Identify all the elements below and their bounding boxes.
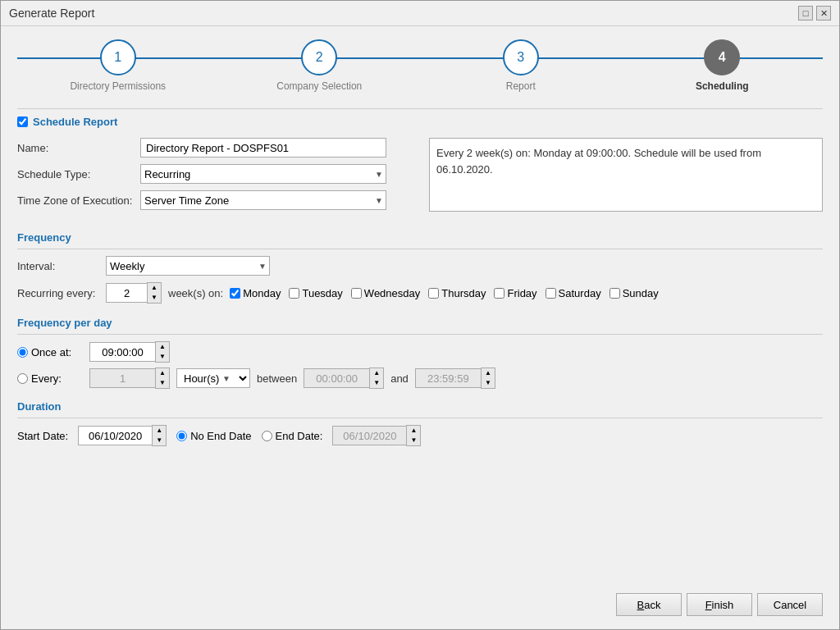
step-4: 4 Scheduling [622, 39, 824, 92]
thursday-checkbox[interactable] [428, 288, 439, 299]
finish-button[interactable]: Finish [687, 593, 752, 616]
saturday-checkbox[interactable] [546, 288, 556, 299]
every-radio-label[interactable]: Every: [17, 372, 83, 385]
duration-header: Duration [17, 400, 823, 413]
start-date-input[interactable] [78, 426, 152, 445]
timezone-label: Time Zone of Execution: [17, 194, 140, 207]
fpd-header: Frequency per day [17, 317, 823, 329]
schedule-type-select[interactable]: Recurring [140, 164, 386, 184]
every-spinbox: ▲ ▼ [89, 368, 170, 389]
tuesday-label: Tuesday [302, 287, 342, 299]
timezone-select[interactable]: Server Time Zone [140, 190, 386, 210]
recurring-input[interactable] [106, 283, 147, 303]
title-bar: Generate Report □ ✕ [1, 1, 839, 26]
between-end-spinbox-btns: ▲ ▼ [481, 368, 495, 389]
form-section: Name: Schedule Type: Recurring ▼ Time Zo… [17, 138, 823, 217]
schedule-type-label: Schedule Type: [17, 168, 140, 180]
friday-label: Friday [507, 287, 536, 299]
every-input[interactable] [89, 368, 155, 388]
schedule-type-select-wrap: Recurring ▼ [140, 164, 386, 184]
name-row: Name: [17, 138, 416, 158]
no-end-date-radio-label[interactable]: No End Date [176, 430, 251, 442]
frequency-header: Frequency [17, 231, 823, 244]
between-end-spin-up[interactable]: ▲ [482, 368, 495, 378]
every-row: Every: ▲ ▼ Hour(s) ▼ between ▲ [17, 368, 823, 389]
monday-checkbox[interactable] [230, 288, 240, 299]
once-at-spin-down[interactable]: ▼ [156, 352, 169, 362]
once-at-radio-label[interactable]: Once at: [17, 346, 83, 358]
once-at-input[interactable] [89, 342, 155, 362]
start-date-spinbox: ▲ ▼ [78, 425, 167, 446]
thursday-check: Thursday [428, 287, 486, 299]
stepper: 1 Directory Permissions 2 Company Select… [17, 39, 823, 92]
once-at-spinbox-btns: ▲ ▼ [155, 341, 170, 363]
recurring-label: Recurring every: [17, 287, 99, 299]
timezone-select-wrap: Server Time Zone ▼ [140, 190, 386, 210]
wednesday-checkbox[interactable] [351, 288, 362, 299]
sunday-check: Sunday [609, 287, 659, 299]
saturday-check: Saturday [546, 287, 601, 299]
start-date-spinbox-btns: ▲ ▼ [152, 425, 167, 446]
end-date-spin-down[interactable]: ▼ [407, 436, 420, 445]
every-spin-up[interactable]: ▲ [156, 368, 169, 378]
thursday-label: Thursday [441, 287, 486, 299]
schedule-report-row: Schedule Report [17, 116, 823, 128]
cancel-button[interactable]: Cancel [757, 593, 823, 616]
sunday-checkbox[interactable] [609, 288, 620, 299]
between-start-spinbox-btns: ▲ ▼ [369, 368, 384, 389]
every-radio[interactable] [17, 373, 28, 384]
close-button[interactable]: ✕ [816, 6, 831, 21]
timezone-row: Time Zone of Execution: Server Time Zone… [17, 190, 416, 210]
main-content: 1 Directory Permissions 2 Company Select… [1, 26, 839, 629]
end-date-label: End Date: [276, 430, 323, 442]
interval-select-wrap: Weekly ▼ [106, 256, 270, 276]
sunday-label: Sunday [623, 287, 659, 299]
restore-button[interactable]: □ [798, 6, 813, 21]
schedule-report-checkbox[interactable] [17, 116, 28, 127]
wednesday-check: Wednesday [351, 287, 420, 299]
form-left: Name: Schedule Type: Recurring ▼ Time Zo… [17, 138, 416, 217]
end-date-spin-up[interactable]: ▲ [407, 426, 420, 436]
window-controls: □ ✕ [798, 6, 831, 21]
recurring-row: Recurring every: ▲ ▼ week(s) on: Monday … [17, 282, 823, 304]
no-end-date-radio[interactable] [176, 431, 187, 441]
end-date-radio[interactable] [262, 431, 272, 441]
and-label: and [390, 372, 409, 385]
step-3-label: Report [506, 80, 536, 92]
between-start-spin-up[interactable]: ▲ [370, 368, 383, 378]
between-label: between [257, 372, 297, 385]
end-date-spinbox-btns: ▲ ▼ [406, 425, 421, 446]
between-start-spinbox: ▲ ▼ [304, 368, 384, 389]
start-date-spin-down[interactable]: ▼ [153, 436, 166, 445]
window-title: Generate Report [9, 7, 94, 20]
step-1: 1 Directory Permissions [17, 39, 219, 92]
end-date-radio-label[interactable]: End Date: [262, 430, 323, 442]
tuesday-check: Tuesday [289, 287, 342, 299]
once-at-spin-up[interactable]: ▲ [156, 342, 169, 352]
friday-checkbox[interactable] [494, 288, 504, 299]
recurring-spin-down[interactable]: ▼ [148, 293, 161, 303]
step-4-label: Scheduling [696, 80, 749, 92]
interval-row: Interval: Weekly ▼ [17, 256, 823, 276]
between-end-spin-down[interactable]: ▼ [482, 378, 495, 388]
every-spin-down[interactable]: ▼ [156, 378, 169, 388]
name-input[interactable] [140, 138, 386, 158]
back-button[interactable]: Back [616, 593, 682, 616]
step-3-circle: 3 [503, 39, 539, 75]
step-4-circle: 4 [704, 39, 740, 75]
recurring-spin-up[interactable]: ▲ [148, 283, 161, 293]
interval-select[interactable]: Weekly [106, 256, 270, 276]
once-at-row: Once at: ▲ ▼ [17, 341, 823, 363]
once-at-radio[interactable] [17, 347, 28, 358]
tuesday-checkbox[interactable] [289, 288, 299, 299]
days-row: Monday Tuesday Wednesday Thursday Friday [230, 287, 659, 299]
between-start-spin-down[interactable]: ▼ [370, 378, 383, 388]
start-date-spin-up[interactable]: ▲ [153, 426, 166, 436]
every-unit-select[interactable]: Hour(s) [176, 368, 250, 388]
end-date-input[interactable] [332, 426, 406, 445]
between-start-input[interactable] [304, 368, 369, 388]
step-1-label: Directory Permissions [70, 80, 166, 92]
between-end-input[interactable] [415, 368, 481, 388]
friday-check: Friday [494, 287, 536, 299]
interval-label: Interval: [17, 260, 99, 272]
